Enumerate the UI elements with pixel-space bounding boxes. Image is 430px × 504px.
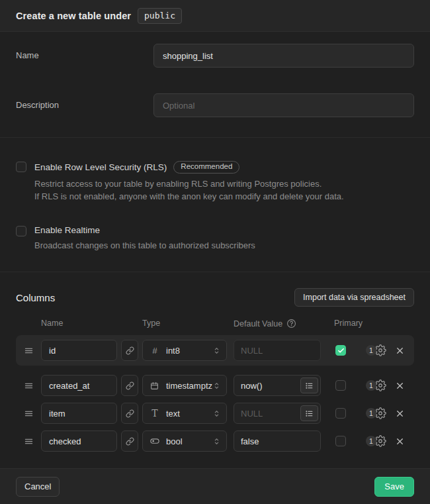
schema-name-tag: public <box>138 8 182 24</box>
default-value-field <box>234 375 321 396</box>
link-icon <box>126 346 134 355</box>
realtime-checkbox[interactable] <box>16 226 26 236</box>
column-type-select[interactable]: timestamptz <box>142 375 227 396</box>
rls-label[interactable]: Enable Row Level Security (RLS) <box>34 162 167 172</box>
close-icon <box>395 346 405 356</box>
chevrons-up-down-icon <box>212 437 221 446</box>
column-type-select[interactable]: T text <box>142 403 227 424</box>
table-row: timestamptz 1 <box>16 375 414 396</box>
remove-column-button[interactable] <box>392 433 408 449</box>
primary-checkbox[interactable] <box>335 345 346 356</box>
text-icon: T <box>150 408 160 419</box>
header-type: Type <box>142 319 234 328</box>
default-value-input[interactable] <box>234 409 300 419</box>
name-label: Name <box>16 44 153 68</box>
table-options-section: Enable Row Level Security (RLS) Recommen… <box>0 137 430 272</box>
primary-checkbox[interactable] <box>335 408 346 419</box>
table-row-highlight: # int8 1 <box>16 335 414 366</box>
description-label: Description <box>16 93 153 117</box>
header-name: Name <box>41 319 142 328</box>
foreign-key-link-button[interactable] <box>121 375 138 396</box>
recommended-badge: Recommended <box>173 161 239 174</box>
column-type-select[interactable]: bool <box>142 430 227 452</box>
realtime-description: Broadcast changes on this table to autho… <box>34 239 255 252</box>
table-row: bool 1 <box>16 430 414 452</box>
default-value-input[interactable] <box>234 381 300 391</box>
chevrons-up-down-icon <box>212 346 221 355</box>
save-button[interactable]: Save <box>374 477 414 497</box>
question-circle-icon[interactable] <box>286 319 296 328</box>
columns-rows: # int8 1 <box>16 335 414 452</box>
column-settings-button[interactable]: 1 <box>366 379 386 391</box>
drag-handle-icon[interactable] <box>16 409 41 419</box>
column-name-input[interactable] <box>41 375 117 396</box>
list-icon <box>305 381 314 390</box>
remove-column-button[interactable] <box>392 342 408 358</box>
link-icon <box>126 437 134 446</box>
foreign-key-link-button[interactable] <box>121 403 138 424</box>
link-icon <box>126 409 134 418</box>
dialog-title: Create a new table under <box>16 11 131 21</box>
realtime-label[interactable]: Enable Realtime <box>34 225 100 235</box>
default-value-field <box>234 340 321 361</box>
drag-handle-icon[interactable] <box>16 436 41 446</box>
chevrons-up-down-icon <box>212 381 221 390</box>
close-icon <box>395 381 405 391</box>
calendar-icon <box>150 381 160 390</box>
default-value-input[interactable] <box>234 436 320 446</box>
remove-column-button[interactable] <box>392 405 408 421</box>
settings-count-badge: 1 <box>366 380 376 391</box>
hash-icon: # <box>150 346 160 356</box>
link-icon <box>126 381 134 390</box>
settings-count-badge: 1 <box>366 436 376 446</box>
column-type-select[interactable]: # int8 <box>142 340 227 361</box>
column-settings-button[interactable]: 1 <box>366 407 386 419</box>
close-icon <box>395 409 405 419</box>
table-details-section: Name Description <box>0 32 430 137</box>
drag-handle-icon[interactable] <box>16 346 41 356</box>
import-spreadsheet-button[interactable]: Import data via spreadsheet <box>294 288 414 307</box>
close-icon <box>395 436 405 446</box>
rls-description: Restrict access to your table by enablin… <box>34 177 344 203</box>
header-primary: Primary <box>334 319 363 328</box>
default-suggestions-button[interactable] <box>300 378 318 393</box>
foreign-key-link-button[interactable] <box>121 340 138 361</box>
columns-table-header: Name Type Default Value Primary <box>16 319 414 328</box>
columns-title: Columns <box>16 292 55 303</box>
column-settings-button[interactable]: 1 <box>366 435 386 447</box>
primary-checkbox[interactable] <box>335 380 346 391</box>
remove-column-button[interactable] <box>392 378 408 393</box>
default-value-field <box>234 430 321 452</box>
table-row: # int8 1 <box>16 340 414 361</box>
settings-count-badge: 1 <box>366 408 376 419</box>
column-settings-button[interactable]: 1 <box>366 344 386 356</box>
column-name-input[interactable] <box>41 403 117 424</box>
table-row: T text 1 <box>16 403 414 424</box>
chevrons-up-down-icon <box>212 409 221 418</box>
default-value-field <box>234 403 321 424</box>
rls-checkbox[interactable] <box>16 162 26 172</box>
table-name-input[interactable] <box>153 44 414 68</box>
settings-count-badge: 1 <box>366 345 376 356</box>
drag-handle-icon[interactable] <box>16 381 41 391</box>
default-value-input <box>234 346 320 356</box>
column-name-input[interactable] <box>41 340 117 361</box>
header-default-value: Default Value <box>234 319 334 328</box>
table-description-input[interactable] <box>153 93 414 117</box>
cancel-button[interactable]: Cancel <box>16 477 60 497</box>
column-name-input[interactable] <box>41 430 117 452</box>
default-suggestions-button[interactable] <box>300 405 318 421</box>
list-icon <box>305 409 314 418</box>
primary-checkbox[interactable] <box>335 436 346 446</box>
dialog-footer: Cancel Save <box>0 468 430 504</box>
toggle-icon <box>150 436 160 446</box>
check-icon <box>337 347 345 354</box>
columns-section: Columns Import data via spreadsheet Name… <box>0 272 430 468</box>
foreign-key-link-button[interactable] <box>121 430 138 452</box>
dialog-header: Create a new table under public <box>0 0 430 32</box>
